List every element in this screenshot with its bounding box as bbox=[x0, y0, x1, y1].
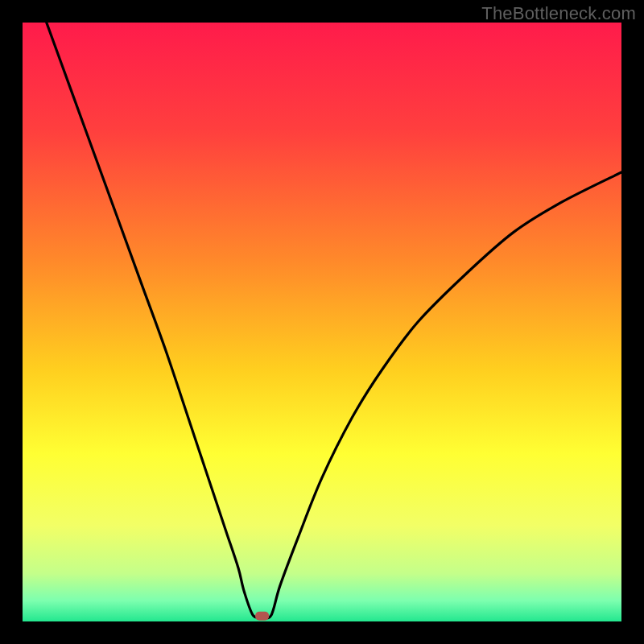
chart-stage: TheBottleneck.com bbox=[0, 0, 644, 644]
plot-area bbox=[23, 23, 621, 621]
bottleneck-chart bbox=[23, 23, 621, 621]
gradient-background bbox=[23, 23, 621, 621]
watermark-text: TheBottleneck.com bbox=[481, 3, 636, 24]
optimum-marker bbox=[255, 612, 269, 621]
